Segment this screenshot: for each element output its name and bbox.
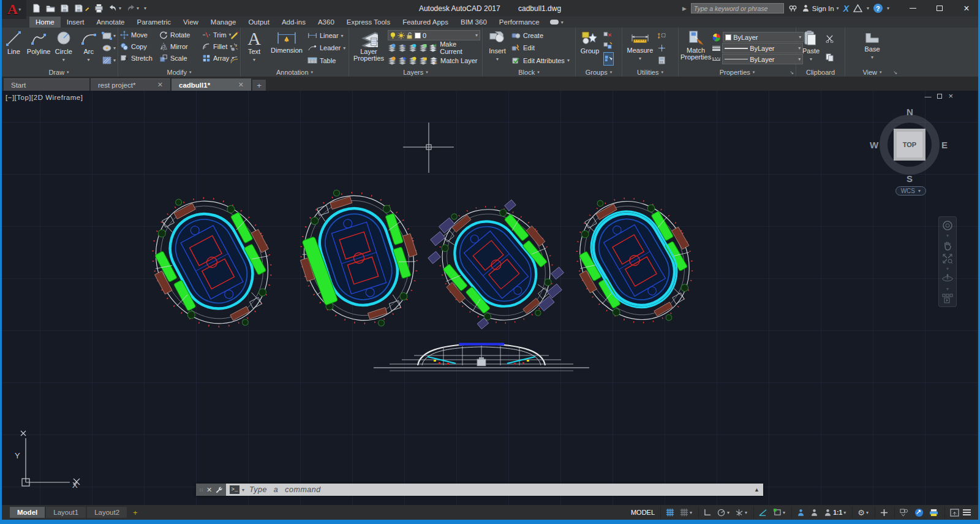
match-properties-button[interactable]: Match Properties	[680, 29, 711, 67]
workspace-switching-button[interactable]: ⚙▾	[856, 507, 870, 518]
ortho-mode-toggle[interactable]	[702, 507, 714, 517]
rectangle-button[interactable]: ▾	[102, 32, 116, 40]
quick-calc-icon[interactable]	[657, 56, 666, 64]
match-layer-button[interactable]: Match Layer	[429, 56, 478, 66]
offset-icon[interactable]	[230, 55, 239, 64]
search-icon[interactable]	[788, 4, 797, 13]
new-layout-button[interactable]: +	[128, 508, 143, 517]
explode-icon[interactable]	[230, 42, 239, 51]
fillet-button[interactable]: Fillet▾	[202, 40, 232, 52]
ribbon-tab-bim360[interactable]: BIM 360	[454, 17, 493, 28]
qat-customize-icon[interactable]: ▾	[144, 6, 146, 11]
layout-tab-layout2[interactable]: Layout2	[87, 507, 127, 518]
lineweight-combo[interactable]: ByLayer▾	[722, 43, 803, 53]
cut-icon[interactable]	[825, 35, 834, 43]
edit-attributes-button[interactable]: Edit Attributes▾	[511, 55, 570, 66]
id-point-icon[interactable]	[657, 44, 666, 52]
help-icon[interactable]: ?	[873, 4, 883, 13]
layer-on2-icon[interactable]	[388, 56, 396, 65]
view-dialog-launcher[interactable]: ↘	[893, 70, 897, 75]
recent-commands-icon[interactable]: ▾	[242, 487, 244, 493]
group-edit-icon[interactable]	[603, 42, 612, 49]
redo-dropdown-icon[interactable]: ▾	[137, 6, 139, 11]
circle-button[interactable]: Circle▾	[52, 29, 76, 67]
make-current-button[interactable]: Make Current	[429, 44, 480, 53]
copy-clip-icon[interactable]	[825, 53, 834, 61]
viewcube-top-face[interactable]: TOP	[894, 129, 925, 161]
quick-select-icon[interactable]	[657, 32, 666, 40]
linear-dimension-button[interactable]: Linear▾	[307, 30, 345, 42]
close-tab-icon[interactable]: ✕	[157, 81, 163, 89]
hatch-button[interactable]: ▾	[102, 56, 116, 64]
paste-dropdown-icon[interactable]: ▾	[810, 56, 812, 63]
a360-dropdown-icon[interactable]: ▾	[867, 6, 869, 11]
insert-block-button[interactable]: Insert▾	[484, 29, 510, 67]
search-input[interactable]	[691, 3, 784, 13]
create-block-button[interactable]: Create	[511, 30, 570, 42]
ribbon-tab-view[interactable]: View	[177, 17, 205, 28]
erase-icon[interactable]	[230, 30, 239, 39]
layer-unlock2-icon[interactable]	[419, 56, 428, 65]
panel-draw-expander[interactable]: Draw▾	[0, 67, 118, 77]
layer-thaw2-icon[interactable]	[409, 56, 417, 65]
isometric-drafting-toggle[interactable]: ▾	[733, 507, 749, 518]
file-tab-start[interactable]: Start	[4, 78, 89, 91]
graphics-performance-toggle[interactable]	[913, 507, 925, 518]
panel-block-expander[interactable]: Block▾	[483, 67, 575, 77]
viewcube-south[interactable]: S	[907, 173, 913, 184]
text-button[interactable]: A Text▾	[243, 29, 266, 67]
new-file-button[interactable]	[32, 4, 41, 13]
layer-properties-button[interactable]: Layer Properties	[351, 29, 386, 67]
plot-status-icon[interactable]	[927, 507, 940, 518]
object-snap-toggle[interactable]: ▾	[771, 507, 787, 517]
ribbon-tab-parametric[interactable]: Parametric	[131, 17, 178, 28]
command-palette-grip[interactable]: ⁞⁞ ✕	[196, 484, 226, 496]
application-menu-button[interactable]: A▾	[2, 0, 26, 19]
snap-mode-toggle[interactable]: ▾	[678, 507, 694, 518]
ribbon-tab-performance[interactable]: Performance	[493, 17, 546, 28]
layer-isolate-icon[interactable]	[419, 44, 428, 52]
line-button[interactable]: Line	[2, 29, 26, 67]
move-button[interactable]: Move	[120, 29, 158, 40]
grid-display-toggle[interactable]	[664, 507, 676, 518]
ribbon-tab-manage[interactable]: Manage	[205, 17, 243, 28]
properties-dialog-launcher[interactable]: ↘	[790, 70, 794, 75]
a360-icon[interactable]	[853, 4, 862, 12]
command-input-area[interactable]: >_ ▾ Type a command ▲	[226, 484, 763, 496]
clean-screen-toggle[interactable]	[948, 507, 961, 518]
table-button[interactable]: Table	[307, 55, 345, 66]
layer-select-combo[interactable]: 0 ▾	[388, 30, 480, 40]
circle-dropdown-icon[interactable]: ▾	[62, 56, 65, 63]
mirror-button[interactable]: Mirror	[159, 40, 201, 52]
viewport-close-icon[interactable]: ×	[948, 93, 953, 99]
scale-button[interactable]: Scale	[159, 52, 201, 64]
annotation-autoscale-toggle[interactable]	[809, 507, 820, 518]
panel-utilities-expander[interactable]: Utilities▾	[622, 67, 678, 77]
panel-groups-expander[interactable]: Groups▾	[576, 67, 622, 77]
command-input-placeholder[interactable]: Type a command	[249, 485, 321, 494]
panel-modify-expander[interactable]: Modify▾	[118, 67, 240, 77]
ribbon-tab-a360[interactable]: A360	[312, 17, 341, 28]
annotation-scale-button[interactable]: 1:1▾	[822, 507, 848, 518]
panel-clipboard-expander[interactable]: Clipboard	[796, 67, 845, 77]
viewcube-north[interactable]: N	[907, 107, 913, 117]
navigation-wheel-icon[interactable]	[942, 220, 953, 231]
file-tab-rest-project[interactable]: rest project*✕	[91, 78, 170, 91]
linetype-combo[interactable]: ByLayer▾	[722, 54, 803, 64]
measure-button[interactable]: Measure▾	[624, 29, 656, 67]
layer-combo-dropdown-icon[interactable]: ▾	[475, 32, 478, 38]
sign-in-button[interactable]: Sign In ▾	[802, 4, 839, 12]
maximize-button[interactable]	[926, 0, 953, 17]
ribbon-tab-annotate[interactable]: Annotate	[90, 17, 130, 28]
annotation-visibility-toggle[interactable]	[795, 507, 807, 518]
ungroup-icon[interactable]	[603, 31, 612, 39]
sign-in-dropdown-icon[interactable]: ▾	[837, 6, 839, 11]
ribbon-tab-home[interactable]: Home	[29, 17, 61, 28]
polyline-button[interactable]: Polyline	[27, 29, 51, 67]
ellipse-button[interactable]: ▾	[102, 44, 116, 52]
viewport-minimize-icon[interactable]: —	[924, 93, 931, 99]
open-file-button[interactable]	[46, 4, 55, 13]
close-tab-icon[interactable]: ✕	[238, 81, 244, 89]
infocenter-collapse-icon[interactable]: ▶	[682, 6, 687, 12]
dimension-button[interactable]: Dimension	[267, 29, 306, 67]
